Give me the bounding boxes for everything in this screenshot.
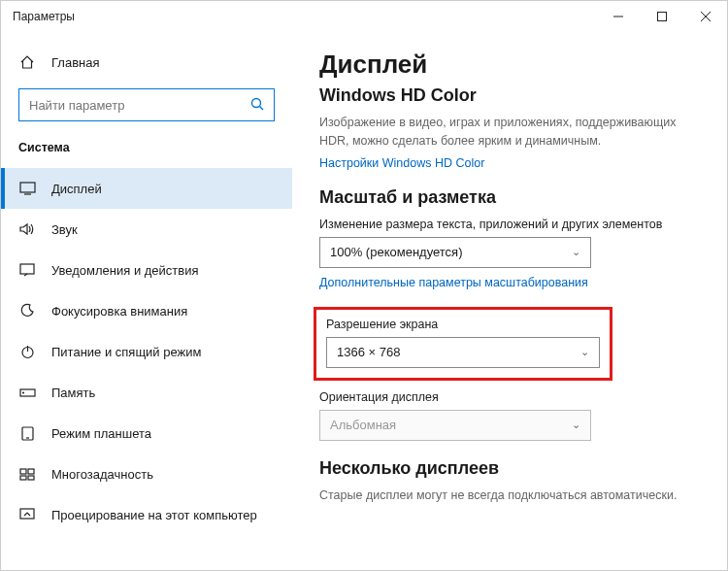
svg-rect-19 xyxy=(20,509,34,519)
search-field[interactable] xyxy=(29,98,250,113)
home-button[interactable]: Главная xyxy=(1,44,292,81)
nav-label: Многозадачность xyxy=(51,467,153,482)
nav-label: Уведомления и действия xyxy=(51,263,199,278)
titlebar: Параметры xyxy=(1,1,727,32)
display-icon xyxy=(18,182,36,195)
nav-label: Питание и спящий режим xyxy=(51,345,201,359)
svg-point-12 xyxy=(22,392,23,393)
sidebar-item-notifications[interactable]: Уведомления и действия xyxy=(1,250,292,290)
home-label: Главная xyxy=(51,55,99,70)
sidebar-item-storage[interactable]: Память xyxy=(1,372,292,413)
orientation-value: Альбомная xyxy=(330,418,396,432)
resolution-highlight: Разрешение экрана 1366 × 768 ⌄ xyxy=(314,307,612,381)
sidebar-item-tablet[interactable]: Режим планшета xyxy=(1,413,292,453)
multitask-icon xyxy=(18,468,36,481)
hd-color-desc: Изображение в видео, играх и приложениях… xyxy=(319,114,700,151)
sidebar-item-sound[interactable]: Звук xyxy=(1,209,292,250)
minimize-button[interactable] xyxy=(596,1,640,32)
focus-icon xyxy=(18,303,36,319)
sidebar-item-focus[interactable]: Фокусировка внимания xyxy=(1,290,292,331)
chevron-down-icon: ⌄ xyxy=(572,419,580,431)
nav-label: Режим планшета xyxy=(51,426,151,441)
nav-label: Фокусировка внимания xyxy=(51,304,187,319)
scale-label: Изменение размера текста, приложений и д… xyxy=(319,218,700,231)
svg-point-4 xyxy=(252,98,261,107)
sidebar-item-power[interactable]: Питание и спящий режим xyxy=(1,331,292,372)
multi-display-heading: Несколько дисплеев xyxy=(319,458,700,479)
projecting-icon xyxy=(18,508,36,521)
page-title: Дисплей xyxy=(319,50,700,80)
resolution-value: 1366 × 768 xyxy=(337,345,400,359)
scale-dropdown[interactable]: 100% (рекомендуется) ⌄ xyxy=(319,237,591,268)
svg-rect-6 xyxy=(20,183,35,192)
chevron-down-icon: ⌄ xyxy=(580,346,589,358)
nav: Дисплей Звук Уведомления и действия Фоку… xyxy=(1,168,292,535)
section-title: Система xyxy=(1,135,292,168)
scale-advanced-link[interactable]: Дополнительные параметры масштабирования xyxy=(319,276,700,289)
close-button[interactable] xyxy=(683,1,727,32)
sidebar: Главная Система Дисплей Звук Уведомления… xyxy=(1,32,292,570)
nav-label: Звук xyxy=(51,222,78,237)
orientation-dropdown[interactable]: Альбомная ⌄ xyxy=(319,410,591,441)
storage-icon xyxy=(18,386,36,398)
sidebar-item-projecting[interactable]: Проецирование на этот компьютер xyxy=(1,494,292,535)
window-controls xyxy=(596,1,727,32)
resolution-dropdown[interactable]: 1366 × 768 ⌄ xyxy=(326,337,600,368)
svg-rect-15 xyxy=(20,469,26,474)
notifications-icon xyxy=(18,263,36,277)
svg-line-5 xyxy=(260,106,264,110)
sidebar-item-multitask[interactable]: Многозадачность xyxy=(1,453,292,494)
nav-label: Дисплей xyxy=(51,182,102,196)
sound-icon xyxy=(18,222,36,236)
search-icon xyxy=(250,97,264,114)
svg-rect-1 xyxy=(657,13,666,21)
multi-display-desc: Старые дисплеи могут не всегда подключат… xyxy=(319,488,700,502)
hd-color-heading: Windows HD Color xyxy=(319,85,700,106)
scale-heading: Масштаб и разметка xyxy=(319,187,700,208)
svg-rect-17 xyxy=(20,476,26,480)
sidebar-item-display[interactable]: Дисплей xyxy=(1,168,292,209)
content: Дисплей Windows HD Color Изображение в в… xyxy=(292,32,727,570)
svg-rect-18 xyxy=(28,476,34,480)
orientation-label: Ориентация дисплея xyxy=(319,390,700,404)
search-input[interactable] xyxy=(18,88,275,121)
maximize-button[interactable] xyxy=(640,1,683,32)
chevron-down-icon: ⌄ xyxy=(572,246,580,258)
home-icon xyxy=(18,54,36,70)
nav-label: Память xyxy=(51,386,95,400)
scale-value: 100% (рекомендуется) xyxy=(330,245,462,259)
nav-label: Проецирование на этот компьютер xyxy=(51,508,257,522)
svg-rect-16 xyxy=(28,469,34,474)
tablet-icon xyxy=(18,426,36,441)
resolution-label: Разрешение экрана xyxy=(326,318,600,331)
svg-rect-8 xyxy=(20,264,34,274)
window-title: Параметры xyxy=(13,10,596,23)
power-icon xyxy=(18,345,36,359)
hd-color-link[interactable]: Настройки Windows HD Color xyxy=(319,156,700,170)
